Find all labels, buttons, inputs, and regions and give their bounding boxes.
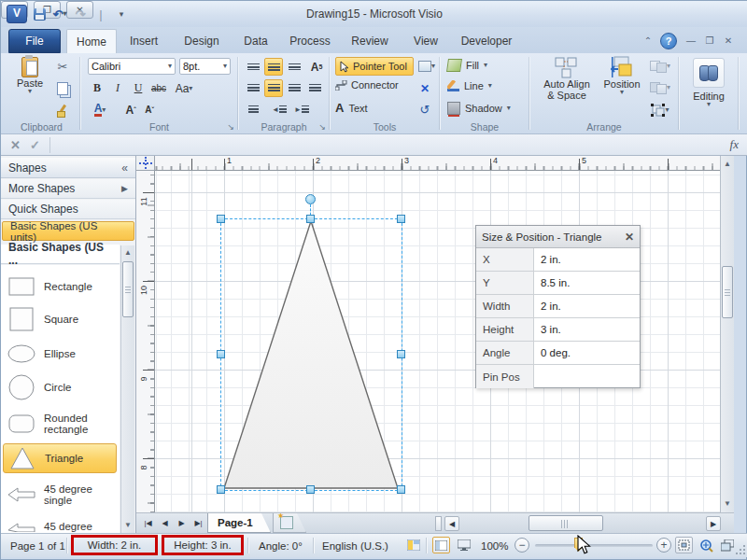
- row-value-angle[interactable]: 0 deg.: [534, 342, 640, 364]
- tab-developer[interactable]: Developer: [455, 29, 518, 53]
- height-indicator[interactable]: Height: 3 in.: [174, 539, 231, 551]
- align-bottom-button[interactable]: [285, 58, 303, 76]
- fit-page-button[interactable]: [675, 537, 693, 553]
- tab-data[interactable]: Data: [233, 29, 279, 53]
- formula-input[interactable]: [49, 137, 730, 153]
- scroll-down-icon[interactable]: ▼: [721, 497, 734, 511]
- last-page-icon[interactable]: ▶|: [190, 516, 206, 531]
- stencil-tab-basic-shapes[interactable]: Basic Shapes (US units): [2, 221, 134, 241]
- shape-item-square[interactable]: Square: [5, 304, 115, 334]
- quick-shapes-item[interactable]: Quick Shapes: [1, 200, 135, 219]
- fill-button[interactable]: Fill▾: [447, 59, 487, 72]
- scroll-down-icon[interactable]: ▼: [121, 519, 134, 532]
- tab-home[interactable]: Home: [66, 29, 117, 53]
- qat-customize-button[interactable]: ▾: [113, 6, 130, 22]
- angle-indicator[interactable]: Angle: 0°: [259, 534, 303, 557]
- tab-view[interactable]: View: [402, 29, 449, 53]
- send-backward-button[interactable]: ▾: [647, 78, 673, 96]
- redo-button[interactable]: ↷: [72, 6, 89, 22]
- row-value-y[interactable]: 8.5 in.: [534, 272, 640, 294]
- bold-button[interactable]: B: [88, 79, 106, 97]
- v-scrollbar-thumb[interactable]: [722, 266, 733, 318]
- doc-minimize-icon[interactable]: —: [683, 33, 699, 48]
- shape-item-rounded-rectangle[interactable]: Rounded rectangle: [5, 407, 115, 441]
- increase-indent-button[interactable]: ►: [292, 101, 311, 119]
- bullets-button[interactable]: [244, 101, 262, 119]
- pointer-tool-button[interactable]: Pointer Tool: [335, 57, 414, 76]
- stencil-scrollbar-thumb[interactable]: [122, 261, 134, 317]
- grow-font-button[interactable]: Aˆ: [121, 101, 140, 119]
- canvas-vertical-scrollbar[interactable]: ▲ ▼: [720, 156, 734, 512]
- h-scroll-left-icon[interactable]: ◀: [444, 516, 459, 531]
- formula-accept-icon[interactable]: ✓: [30, 138, 40, 152]
- first-page-icon[interactable]: |◀: [140, 516, 156, 531]
- position-button[interactable]: Position ▾: [599, 56, 645, 95]
- text-rotate-button[interactable]: ↺: [416, 101, 434, 119]
- tab-process[interactable]: Process: [283, 29, 337, 53]
- language-indicator[interactable]: English (U.S.): [322, 534, 388, 557]
- help-icon[interactable]: ?: [660, 33, 677, 49]
- width-indicator[interactable]: Width: 2 in.: [88, 539, 142, 551]
- paste-dropdown-icon[interactable]: ▾: [28, 89, 32, 94]
- tab-file[interactable]: File: [8, 29, 61, 53]
- decrease-indent-button[interactable]: ◄: [270, 101, 289, 119]
- selection-handle-n[interactable]: [306, 215, 315, 223]
- selection-handle-se[interactable]: [397, 485, 405, 494]
- page-indicator[interactable]: Page 1 of 1: [10, 534, 65, 557]
- underline-button[interactable]: U: [129, 79, 148, 97]
- insert-page-tab[interactable]: [273, 513, 306, 533]
- selection-handle-w[interactable]: [217, 350, 225, 358]
- font-dialog-launcher-icon[interactable]: ↘: [227, 122, 234, 132]
- macro-status-button[interactable]: [404, 537, 422, 553]
- normal-view-button[interactable]: [432, 537, 450, 553]
- size-position-window[interactable]: Size & Position - Triangle ✕ X 2 in. Y 8…: [475, 225, 641, 388]
- editing-button[interactable]: Editing ▾: [685, 58, 732, 107]
- undo-button[interactable]: ↶▾: [51, 6, 68, 22]
- doc-close-icon[interactable]: ✕: [720, 33, 737, 48]
- cut-button[interactable]: ✂: [53, 58, 72, 76]
- rectangle-tool-button[interactable]: ▾: [416, 57, 438, 75]
- row-value-pin-pos[interactable]: [534, 365, 640, 388]
- shrink-font-button[interactable]: Aˇ: [140, 101, 159, 119]
- scroll-up-icon[interactable]: ▲: [121, 246, 134, 259]
- switch-windows-button[interactable]: [718, 537, 736, 553]
- h-scroll-right-icon[interactable]: ▶: [706, 516, 721, 531]
- shapes-panel-header[interactable]: Shapes «: [1, 158, 135, 178]
- h-scrollbar-thumb[interactable]: [529, 515, 603, 531]
- save-button[interactable]: [31, 6, 48, 22]
- paste-button[interactable]: Paste ▾: [10, 57, 49, 94]
- shape-item-45-degree-single[interactable]: 45 degree single: [5, 478, 115, 511]
- next-page-icon[interactable]: ▶: [174, 516, 190, 531]
- more-shapes-item[interactable]: More Shapes ▶: [1, 179, 135, 199]
- tab-insert[interactable]: Insert: [119, 29, 169, 53]
- shape-item-rectangle[interactable]: Rectangle: [5, 273, 115, 301]
- align-right-button[interactable]: [285, 79, 303, 97]
- connector-button[interactable]: Connector: [335, 79, 399, 91]
- row-value-width[interactable]: 2 in.: [534, 295, 640, 317]
- doc-restore-icon[interactable]: ❐: [701, 33, 718, 48]
- align-middle-button[interactable]: [264, 58, 283, 76]
- prev-page-icon[interactable]: ◀: [157, 516, 173, 531]
- resize-grip[interactable]: [735, 544, 746, 555]
- shadow-button[interactable]: Shadow▾: [447, 102, 511, 115]
- drawing-canvas[interactable]: Size & Position - Triangle ✕ X 2 in. Y 8…: [155, 171, 720, 512]
- auto-align-button[interactable]: Auto Align & Space: [537, 56, 597, 101]
- size-position-close-icon[interactable]: ✕: [625, 231, 634, 244]
- pane-splitter-handle[interactable]: [435, 516, 442, 531]
- copy-button[interactable]: [53, 79, 72, 97]
- font-family-combo[interactable]: Calibri▾: [88, 58, 176, 75]
- zoom-out-button[interactable]: −: [514, 538, 529, 553]
- paragraph-dialog-launcher-icon[interactable]: ↘: [318, 122, 326, 132]
- group-shapes-button[interactable]: ▾: [647, 101, 673, 119]
- font-color-button[interactable]: A▾: [88, 101, 112, 119]
- justify-button[interactable]: [305, 79, 324, 97]
- zoom-window-button[interactable]: [698, 537, 715, 553]
- zoom-slider-track[interactable]: [535, 544, 653, 547]
- change-case-button[interactable]: Aa▾: [172, 79, 196, 97]
- undo-dropdown-icon[interactable]: ▾: [63, 11, 66, 17]
- strikethrough-button[interactable]: abc: [149, 79, 168, 97]
- selection-handle-ne[interactable]: [397, 215, 405, 223]
- italic-button[interactable]: I: [108, 79, 127, 97]
- shape-item-circle[interactable]: Circle: [5, 371, 115, 403]
- align-top-button[interactable]: [244, 58, 262, 76]
